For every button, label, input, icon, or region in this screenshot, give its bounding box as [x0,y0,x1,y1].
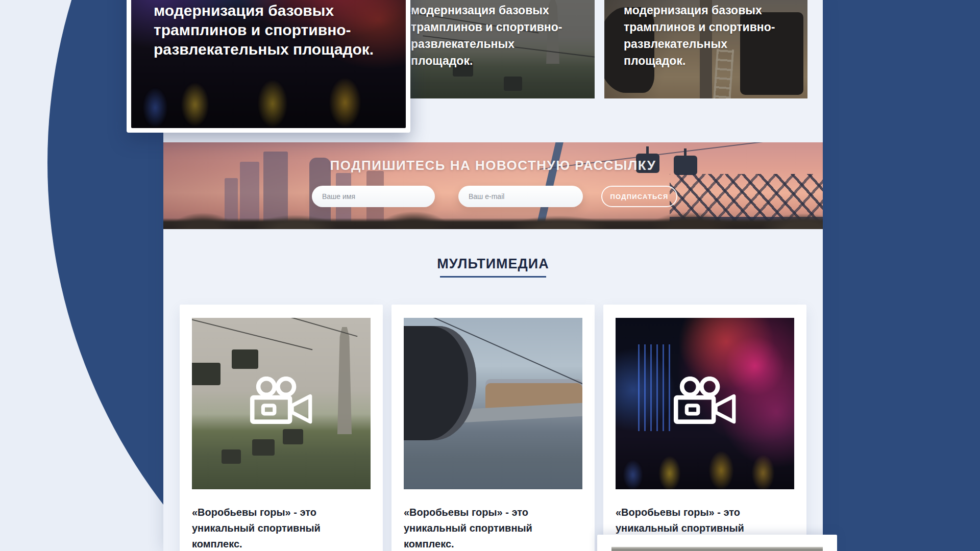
multimedia-caption: «Воробьевы горы» - это уникальный спорти… [192,505,365,551]
video-camera-icon[interactable] [671,377,739,431]
light-reflection [329,77,361,128]
hero-slide-2[interactable]: модернизация базовых трамплинов и спорти… [391,0,595,98]
light-reflection [623,460,643,489]
hero-slide-featured[interactable]: модернизация базовых трамплинов и спорти… [127,0,410,133]
light-reflection [751,455,775,489]
cable-car-closeup [404,326,476,440]
light-reflection [257,79,288,128]
video-camera-icon[interactable] [248,377,315,431]
hero-featured-image: модернизация базовых трамплинов и спорти… [131,0,406,128]
overlay-card-image [611,547,823,551]
bottom-overlay-card[interactable] [597,535,837,551]
light-reflection [142,87,168,128]
multimedia-card-3[interactable]: «Воробьевы горы» - это уникальный спорти… [603,305,806,551]
multimedia-caption: «Воробьевы горы» - это уникальный спорти… [404,505,577,551]
cable-car [232,349,258,369]
multimedia-image-3 [616,318,794,489]
multimedia-image-2 [404,318,582,489]
multimedia-card-1[interactable]: «Воробьевы горы» - это уникальный спорти… [180,305,383,551]
newsletter-title: ПОДПИШИТЕСЬ НА НОВОСТНУЮ РАССЫЛКУ [163,158,823,173]
light-reflection [181,82,209,127]
light-reflection [658,456,681,489]
light-reflection [708,450,734,489]
page: модернизация базовых трамплинов и спорти… [0,0,980,551]
hero-slide-3[interactable]: модернизация базовых трамплинов и спорти… [604,0,807,98]
cable-car [252,439,275,456]
hero-slide-text: модернизация базовых трамплинов и спорти… [624,2,792,69]
multimedia-card-2[interactable]: «Воробьевы горы» - это уникальный спорти… [391,305,595,551]
illuminated-tower [638,344,672,431]
multimedia-image-1 [192,318,371,489]
newsletter-banner: ПОДПИШИТЕСЬ НА НОВОСТНУЮ РАССЫЛКУ ПОДПИС… [163,142,823,229]
cable-car [222,449,241,464]
tower-silhouette [325,327,364,434]
email-input[interactable] [458,186,583,207]
subscribe-button[interactable]: ПОДПИСАТЬСЯ [601,186,677,207]
name-input[interactable] [312,186,435,207]
heading-underline [440,276,546,278]
cable-car [283,429,303,444]
cable-car [192,363,220,385]
cable-line [192,318,312,350]
hero-slide-text: модернизация базовых трамплинов и спорти… [411,2,579,69]
cable-line [210,318,358,337]
multimedia-heading: МУЛЬТИМЕДИА [163,256,823,272]
multimedia-section-header: МУЛЬТИМЕДИА [163,256,823,278]
hero-featured-text: модернизация базовых трамплинов и спорти… [154,1,381,59]
